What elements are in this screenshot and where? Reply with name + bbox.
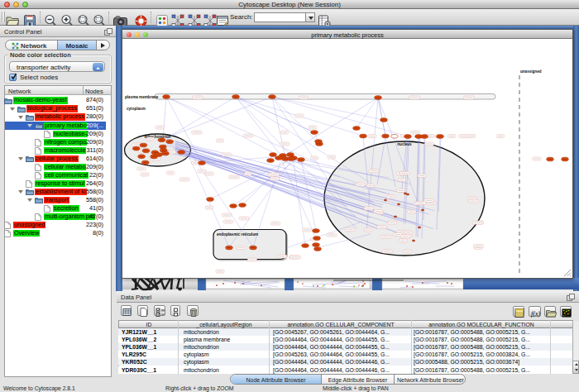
svg-text:nucleus: nucleus	[397, 142, 412, 146]
svg-text:endoplasmic reticulum: endoplasmic reticulum	[217, 232, 258, 237]
svg-text:plasma membrane: plasma membrane	[125, 95, 159, 99]
svg-text:unassigned: unassigned	[520, 69, 542, 74]
svg-text:cytoplasm: cytoplasm	[127, 107, 146, 111]
svg-text:f(x): f(x)	[531, 310, 540, 318]
